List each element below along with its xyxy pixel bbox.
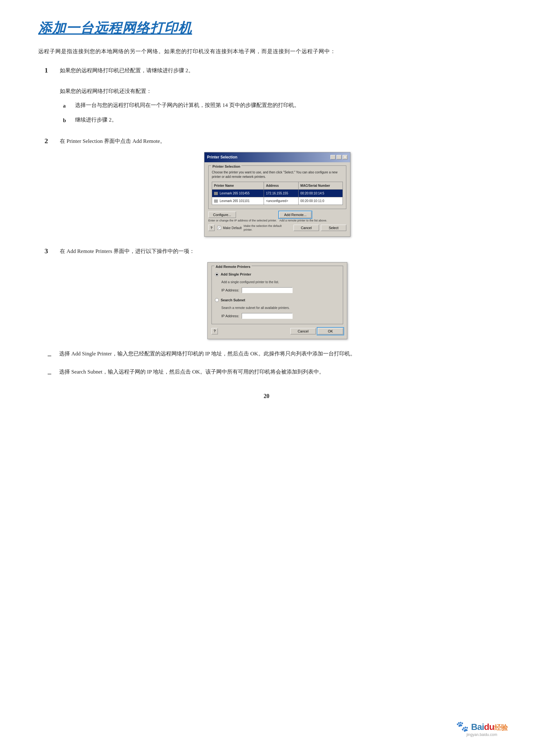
mac-cell: 00:20:00:10:11:0 (298, 197, 343, 204)
select-button[interactable]: Select (321, 225, 346, 231)
dialog-footer: ? ✓ Make Default Make the selection the … (208, 222, 346, 233)
ok-button[interactable]: OK (318, 328, 343, 335)
ip-address-row-2: IP Address: (221, 313, 340, 319)
list-item: – 选择 Search Subnet，输入远程子网的 IP 地址，然后点击 OK… (48, 367, 495, 380)
bullet-text-2: 选择 Search Subnet，输入远程子网的 IP 地址，然后点击 OK。该… (59, 367, 324, 377)
step-3-text: 在 Add Remote Printers 界面中，进行以下操作中的一项： (60, 248, 195, 254)
col-mac: MAC/Serial Number (298, 182, 343, 189)
ip-input-2[interactable] (242, 313, 292, 319)
search-subnet-desc: Search a remote subnet for all available… (221, 305, 340, 311)
make-default-label: Make Default (223, 225, 242, 231)
add-remote-dialog: Add Remote Printers Add Single Printer A… (207, 262, 347, 339)
step-1-text: 如果您的远程网络打印机已经配置，请继续进行步骤 2。 (60, 68, 194, 73)
bullet-list: – 选择 Add Single Printer，输入您已经配置的远程网络打印机的… (48, 349, 495, 381)
titlebar-buttons: _ □ ✕ (330, 155, 347, 159)
search-subnet-radio-row: Search Subnet (215, 297, 340, 304)
add-remote-groupbox: Add Remote Printers Add Single Printer A… (212, 266, 343, 324)
search-subnet-label: Search Subnet (221, 297, 245, 304)
bullet-dash: – (48, 349, 54, 362)
configure-section: Configure... Enter or change the IP addr… (208, 212, 277, 223)
page-number: 20 (38, 393, 495, 400)
step-3: 3 在 Add Remote Printers 界面中，进行以下操作中的一项： … (44, 246, 495, 342)
footer-buttons: Cancel Select (293, 225, 346, 231)
add-single-radio[interactable] (215, 273, 219, 277)
printer-table: Printer Name Address MAC/Serial Number (212, 182, 343, 205)
add-single-section: Add Single Printer Add a single configur… (215, 271, 340, 294)
add-remote-screenshot: Add Remote Printers Add Single Printer A… (60, 262, 495, 339)
sub-step-a: a 选择一台与您的远程打印机同在一个子网内的计算机，按照第 14 页中的步骤配置… (63, 100, 495, 111)
dialog-body: Printer Selection Choose the printer you… (205, 162, 350, 236)
list-item: – 选择 Add Single Printer，输入您已经配置的远程网络打印机的… (48, 349, 495, 362)
address-cell: 172.16.155.155 (264, 189, 298, 197)
step-1-content: 如果您的远程网络打印机已经配置，请继续进行步骤 2。 如果您的远程网络打印机还没… (60, 66, 495, 129)
sub-steps: a 选择一台与您的远程打印机同在一个子网内的计算机，按照第 14 页中的步骤配置… (63, 100, 495, 126)
baidu-watermark: 🐾 Baidu经验 jingyan.baidu.com (456, 720, 508, 737)
step-2-content: 在 Printer Selection 界面中点击 Add Remote。 Pr… (60, 136, 495, 240)
minimize-button[interactable]: _ (330, 155, 336, 159)
baidu-exp: 经验 (494, 723, 508, 732)
mac-cell: 00:20:00:10:14:5 (298, 189, 343, 197)
add-remote-groupbox-title: Add Remote Printers (214, 263, 252, 270)
col-printer-name: Printer Name (212, 182, 264, 189)
steps-container: 1 如果您的远程网络打印机已经配置，请继续进行步骤 2。 如果您的远程网络打印机… (44, 66, 495, 342)
step-2: 2 在 Printer Selection 界面中点击 Add Remote。 … (44, 136, 495, 240)
ip-address-row-1: IP Address: (221, 287, 340, 294)
dialog-title: Printer Selection (207, 154, 237, 161)
sub-step-a-text: 选择一台与您的远程打印机同在一个子网内的计算机，按照第 14 页中的步骤配置您的… (75, 100, 300, 110)
baidu-text-2: du (484, 722, 494, 732)
step-3-number: 3 (44, 246, 54, 255)
dialog-description: Choose the printer you want to use, and … (212, 170, 343, 179)
action-buttons-row: Configure... Enter or change the IP addr… (208, 212, 346, 223)
printer-selection-groupbox: Printer Selection Choose the printer you… (208, 165, 346, 209)
table-row[interactable]: Lexmark 265 101455 172.16.155.155 00:20:… (212, 189, 343, 197)
cancel-button[interactable]: Cancel (290, 328, 316, 335)
page-title: 添加一台远程网络打印机 (38, 19, 495, 37)
configure-desc: Enter or change the IP address of the se… (208, 219, 277, 223)
baidu-logo-icon: 🐾 (456, 721, 469, 732)
step-2-text: 在 Printer Selection 界面中点击 Add Remote。 (60, 138, 165, 144)
bullet-text-1: 选择 Add Single Printer，输入您已经配置的远程网络打印机的 I… (59, 349, 356, 359)
intro-text: 远程子网是指连接到您的本地网络的另一个网络。如果您的打印机没有连接到本地子网，而… (38, 46, 495, 57)
search-subnet-radio[interactable] (215, 298, 219, 302)
add-single-radio-row: Add Single Printer (215, 271, 340, 278)
cancel-button[interactable]: Cancel (293, 225, 319, 231)
step-1-number: 1 (44, 66, 54, 74)
maximize-button[interactable]: □ (337, 155, 342, 159)
printer-selection-dialog: Printer Selection _ □ ✕ Printer Selectio… (204, 152, 350, 237)
step-1-sub-intro: 如果您的远程网络打印机还没有配置： (60, 88, 152, 94)
baidu-text: Bai (471, 722, 484, 732)
step-3-content: 在 Add Remote Printers 界面中，进行以下操作中的一项： Ad… (60, 246, 495, 342)
add-remote-button[interactable]: Add Remote... (279, 212, 311, 218)
printer-selection-screenshot: Printer Selection _ □ ✕ Printer Selectio… (60, 152, 495, 237)
help-button[interactable]: ? (212, 328, 218, 335)
add-single-label: Add Single Printer (221, 271, 251, 278)
sub-step-b: b 继续进行步骤 2。 (63, 115, 495, 126)
address-cell: <unconfigured> (264, 197, 298, 204)
step-2-number: 2 (44, 136, 54, 145)
make-default-checkbox[interactable]: ✓ (217, 226, 221, 230)
configure-button[interactable]: Configure... (208, 212, 236, 218)
col-address: Address (264, 182, 298, 189)
printer-name-cell: Lexmark 265 101455 (212, 189, 264, 197)
ip-label-2: IP Address: (221, 313, 239, 319)
step-1: 1 如果您的远程网络打印机已经配置，请继续进行步骤 2。 如果您的远程网络打印机… (44, 66, 495, 129)
table-row[interactable]: Lexmark 265 101101 <unconfigured> 00:20:… (212, 197, 343, 204)
dialog-titlebar: Printer Selection _ □ ✕ (205, 152, 350, 162)
add-remote-footer-buttons: Cancel OK (290, 328, 343, 335)
close-button[interactable]: ✕ (343, 155, 347, 159)
sub-step-b-text: 继续进行步骤 2。 (75, 115, 117, 125)
help-button[interactable]: ? (208, 225, 215, 231)
add-remote-desc: Add a remote printer to the list above. (279, 219, 327, 223)
printer-name-cell: Lexmark 265 101101 (212, 197, 264, 204)
bullet-dash: – (48, 367, 54, 380)
ip-label-1: IP Address: (221, 287, 239, 294)
add-single-desc: Add a single configured printer to the l… (221, 279, 340, 285)
add-remote-footer: ? Cancel OK (212, 327, 343, 336)
add-remote-body: Add Remote Printers Add Single Printer A… (208, 262, 347, 339)
sub-step-a-label: a (63, 100, 71, 111)
baidu-url: jingyan.baidu.com (456, 732, 508, 737)
ip-input-1[interactable] (242, 287, 292, 293)
sub-step-b-label: b (63, 115, 71, 126)
search-subnet-section: Search Subnet Search a remote subnet for… (215, 297, 340, 319)
groupbox-title: Printer Selection (211, 163, 241, 170)
